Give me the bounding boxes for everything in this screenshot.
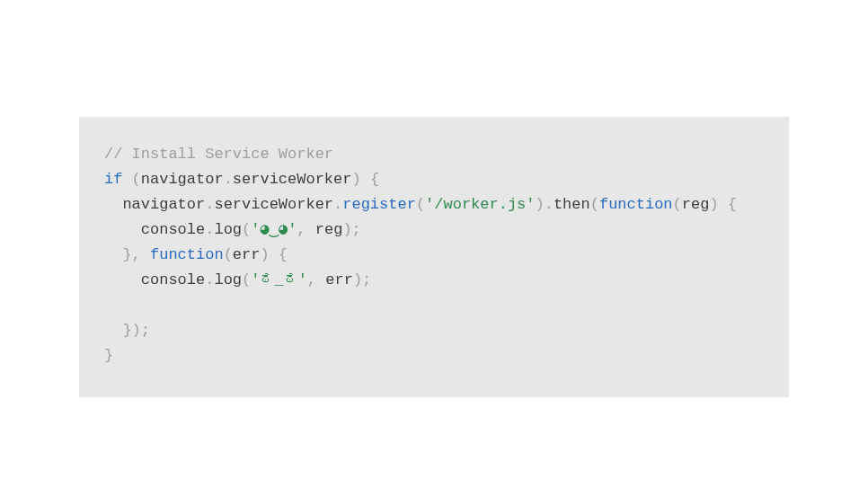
comment: // Install Service Worker: [104, 146, 333, 163]
code-line-2: if (navigator.serviceWorker) {: [104, 167, 764, 192]
param-reg: reg: [682, 196, 710, 213]
identifier-err: err: [325, 271, 353, 288]
string-sad-face: 'ಠ_ಠ': [251, 271, 307, 288]
identifier-serviceworker: serviceWorker: [233, 171, 352, 188]
code-line-1: // Install Service Worker: [104, 142, 764, 167]
method-register: register: [342, 196, 416, 213]
string-worker-path: '/worker.js': [425, 196, 535, 213]
method-then: then: [554, 196, 590, 213]
code-line-blank: [104, 293, 764, 318]
method-log: log: [214, 271, 242, 288]
keyword-if: if: [104, 171, 122, 188]
identifier-navigator: navigator: [141, 171, 224, 188]
code-line-6: console.log('ಠ_ಠ', err);: [104, 268, 764, 293]
code-block: // Install Service Worker if (navigator.…: [79, 117, 789, 397]
code-line-8: }: [104, 343, 764, 368]
identifier-console: console: [141, 271, 205, 288]
keyword-function: function: [599, 196, 673, 213]
code-line-7: });: [104, 318, 764, 343]
identifier-navigator: navigator: [122, 196, 205, 213]
code-line-5: }, function(err) {: [104, 243, 764, 268]
keyword-function: function: [150, 246, 224, 263]
identifier-console: console: [141, 221, 205, 238]
code-line-3: navigator.serviceWorker.register('/worke…: [104, 192, 764, 217]
param-err: err: [233, 246, 261, 263]
code-line-4: console.log('◕‿◕', reg);: [104, 217, 764, 243]
string-happy-face: '◕‿◕': [251, 221, 297, 238]
method-log: log: [214, 221, 242, 238]
identifier-serviceworker: serviceWorker: [214, 196, 333, 213]
identifier-reg: reg: [315, 221, 343, 238]
